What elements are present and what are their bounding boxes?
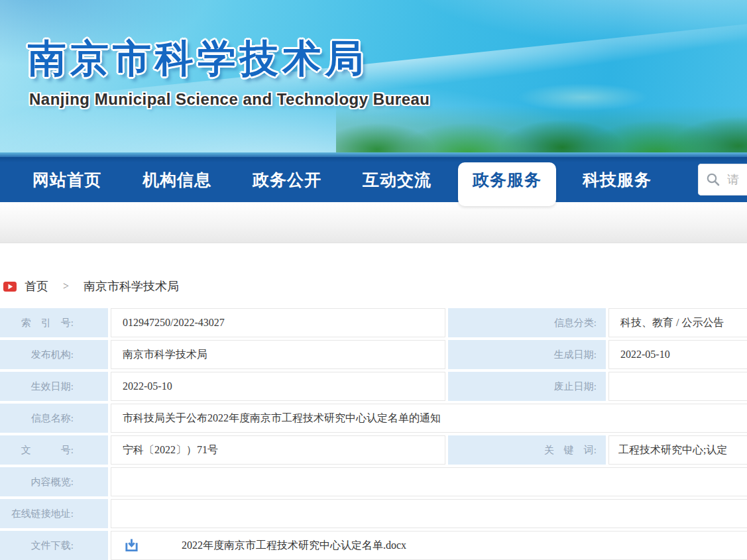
online-link-label: 在线链接地址:: [0, 499, 108, 528]
file-download-link[interactable]: 2022年度南京市工程技术研究中心认定名单.docx: [123, 537, 406, 553]
index-number-label: 索 引 号:: [0, 308, 108, 337]
nav-tab-tech-service[interactable]: 科技服务: [562, 157, 672, 202]
download-icon: [124, 537, 139, 553]
nav-tab-gov-service[interactable]: 政务服务: [452, 157, 562, 202]
info-category-value: 科技、教育 / 公示公告: [608, 308, 747, 337]
nav-tab-label: 政务公开: [253, 170, 321, 189]
page: 南京市科学技术局 Nanjing Municipal Science and T…: [0, 0, 747, 560]
search-icon: [706, 172, 720, 187]
keywords-value: 工程技术研究中心;认定: [608, 435, 747, 465]
table-row: 文 号: 宁科〔2022〕）71号 关 键 词: 工程技术研究中心;认定: [0, 435, 747, 465]
issuing-agency-label: 发布机构:: [0, 340, 108, 369]
keywords-label: 关 键 词:: [448, 435, 606, 465]
site-title: 南京市科学技术局: [28, 33, 367, 85]
content-overview-value: [111, 467, 747, 496]
file-name: 2022年度南京市工程技术研究中心认定名单.docx: [182, 539, 406, 553]
site-subtitle: Nanjing Municipal Science and Technology…: [29, 90, 430, 109]
nav-tab-gov-open[interactable]: 政务公开: [232, 157, 342, 202]
nav-tab-label: 网站首页: [32, 170, 101, 189]
nav-sub-strip: [0, 202, 747, 243]
nav-tab-label: 机构信息: [143, 170, 211, 189]
online-link-value: [111, 499, 747, 528]
info-name-label: 信息名称:: [0, 404, 108, 433]
breadcrumb: 首页 > 南京市科学技术局: [3, 278, 179, 294]
table-row: 生效日期: 2022-05-10 废止日期:: [0, 372, 747, 401]
nav-tab-list: 网站首页 机构信息 政务公开 互动交流 政务服务 科技服务: [12, 157, 747, 202]
content-overview-label: 内容概览:: [0, 467, 108, 496]
file-download-label: 文件下载:: [0, 531, 108, 560]
table-row: 文件下载: 2022年度南京市工程技术研究中心认定名单.docx: [0, 531, 747, 560]
expiry-date-value: [608, 372, 747, 401]
table-row: 索 引 号: 012947250/2022-43027 信息分类: 科技、教育 …: [0, 308, 747, 337]
table-row: 内容概览:: [0, 467, 747, 496]
search-box[interactable]: [698, 164, 747, 196]
effective-date-label: 生效日期:: [0, 372, 108, 401]
nav-tab-label: 互动交流: [363, 170, 431, 189]
breadcrumb-current[interactable]: 南京市科学技术局: [84, 278, 179, 294]
search-input[interactable]: [727, 164, 747, 196]
document-number-value: 宁科〔2022〕）71号: [111, 435, 445, 465]
info-category-label: 信息分类:: [448, 308, 606, 337]
document-info-table: 索 引 号: 012947250/2022-43027 信息分类: 科技、教育 …: [0, 308, 747, 560]
info-name-value: 市科技局关于公布2022年度南京市工程技术研究中心认定名单的通知: [111, 404, 747, 433]
red-play-badge-icon: [3, 282, 17, 292]
nav-tab-interaction[interactable]: 互动交流: [342, 157, 452, 202]
banner-water-strip: [0, 152, 747, 157]
document-number-label: 文 号:: [0, 435, 108, 465]
effective-date-value: 2022-05-10: [111, 372, 445, 401]
site-banner: 南京市科学技术局 Nanjing Municipal Science and T…: [0, 0, 747, 157]
breadcrumb-home-link[interactable]: 首页: [25, 278, 48, 294]
issuing-agency-value: 南京市科学技术局: [111, 340, 445, 369]
table-row: 在线链接地址:: [0, 499, 747, 528]
expiry-date-label: 废止日期:: [448, 372, 606, 401]
table-row: 发布机构: 南京市科学技术局 生成日期: 2022-05-10: [0, 340, 747, 369]
main-nav: 网站首页 机构信息 政务公开 互动交流 政务服务 科技服务: [0, 157, 747, 202]
nav-tab-home[interactable]: 网站首页: [12, 157, 122, 202]
nav-tab-label: 科技服务: [583, 170, 652, 189]
generation-date-value: 2022-05-10: [608, 340, 747, 369]
breadcrumb-separator: >: [63, 280, 69, 292]
nav-tab-org-info[interactable]: 机构信息: [122, 157, 232, 202]
table-row: 信息名称: 市科技局关于公布2022年度南京市工程技术研究中心认定名单的通知: [0, 404, 747, 433]
generation-date-label: 生成日期:: [448, 340, 606, 369]
nav-tab-label: 政务服务: [473, 170, 542, 189]
index-number-value: 012947250/2022-43027: [111, 308, 445, 337]
